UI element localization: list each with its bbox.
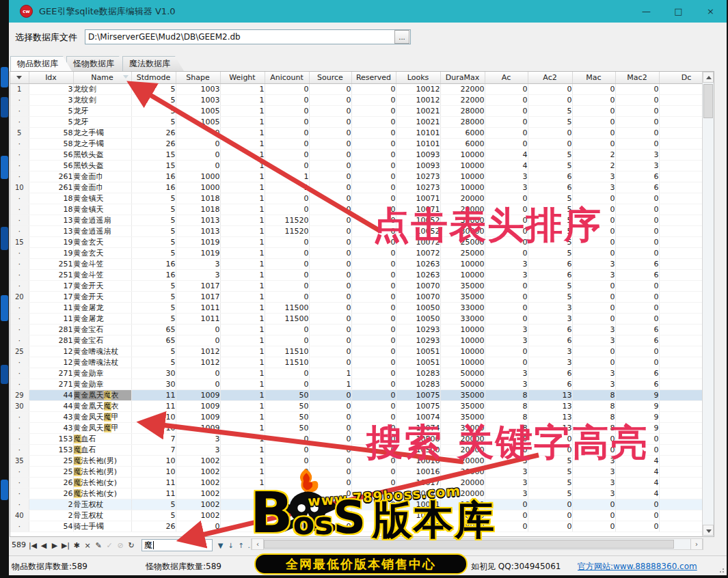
cell-name[interactable]: 黄金嗜魂法杖 <box>73 357 131 368</box>
search-up-icon[interactable]: ↑ <box>236 539 246 551</box>
cell-reserved[interactable]: 0 <box>351 379 396 390</box>
cell-ac[interactable]: 0 <box>485 117 528 128</box>
cell-idx[interactable]: 251 <box>29 270 73 281</box>
cell-mac2[interactable]: 4 <box>615 478 659 488</box>
cell-idx[interactable]: 18 <box>29 204 73 215</box>
table-row[interactable]: ·56黑铁头盔1501000100931000045230 <box>10 161 703 171</box>
cell-shape[interactable]: 1002 <box>176 456 220 467</box>
cell-idx[interactable]: 2 <box>29 499 73 510</box>
cell-shape[interactable]: 1012 <box>176 357 220 368</box>
cell-name[interactable]: 黄金凰天魔衣 <box>73 401 131 412</box>
cell-ac[interactable]: 0 <box>485 95 528 106</box>
cell-idx[interactable]: 58 <box>29 128 73 139</box>
table-row[interactable]: 558龙之手镯260100010101600000000 <box>10 128 703 139</box>
cell-idx[interactable]: 44 <box>29 390 73 401</box>
cell-ac[interactable]: 0 <box>485 346 528 357</box>
cell-mac2[interactable]: 0 <box>615 303 659 314</box>
cell-dc[interactable]: 0 <box>659 456 703 467</box>
cell-source[interactable]: 0 <box>309 292 351 303</box>
cell-source[interactable]: 0 <box>309 215 351 226</box>
cell-idx[interactable]: 26 <box>29 488 73 499</box>
cell-name[interactable]: 龙之手镯 <box>73 128 131 139</box>
cell-dc[interactable]: 2 <box>659 521 703 532</box>
cell-source[interactable]: 0 <box>309 259 351 270</box>
cell-ac2[interactable]: 6 <box>528 335 572 346</box>
cell-reserved[interactable]: 0 <box>351 182 396 193</box>
cell-shape[interactable]: 0 <box>176 368 220 379</box>
cell-name[interactable]: 黄金凰天魔衣 <box>73 390 131 401</box>
cell-mac[interactable]: 0 <box>572 314 615 325</box>
cell-anicount[interactable]: 11500 <box>265 314 309 325</box>
cell-mac2[interactable]: 6 <box>615 171 659 182</box>
cell-stdmode[interactable]: 10 <box>131 412 176 423</box>
cell-mac2[interactable]: 0 <box>615 204 659 215</box>
cell-ac2[interactable]: 5 <box>528 292 572 303</box>
cell-shape[interactable]: 1019 <box>176 237 220 248</box>
cell-anicount[interactable]: 0 <box>265 445 309 456</box>
cell-ac2[interactable]: 5 <box>528 106 572 117</box>
cell-idx[interactable]: 17 <box>29 292 73 303</box>
cell-duramax[interactable]: 10000 <box>440 270 485 281</box>
cell-name[interactable]: 黄金嗜魂法杖 <box>73 346 131 357</box>
cell-source[interactable]: 0 <box>309 237 351 248</box>
cell-idx[interactable]: 44 <box>29 401 73 412</box>
cell-anicount[interactable]: 0 <box>265 248 309 259</box>
cell-anicount[interactable]: 0 <box>265 368 309 379</box>
cell-idx[interactable]: 3 <box>29 84 73 95</box>
cell-ac2[interactable]: 13 <box>528 390 572 401</box>
cell-source[interactable]: 0 <box>309 270 351 281</box>
table-row[interactable]: ·11黄金屠龙5101111150000100503300003008 <box>10 303 703 314</box>
cell-mac[interactable]: 3 <box>572 182 615 193</box>
cell-mac2[interactable]: 9 <box>615 401 659 412</box>
cell-ac[interactable]: 0 <box>485 292 528 303</box>
cell-looks[interactable]: 10075 <box>396 390 440 401</box>
cell-stdmode[interactable]: 26 <box>131 128 176 139</box>
cell-anicount[interactable]: 50 <box>265 423 309 434</box>
column-header-idx[interactable]: Idx <box>29 72 73 84</box>
cell-source[interactable]: 0 <box>309 106 351 117</box>
cell-dc[interactable]: 0 <box>659 478 703 488</box>
cell-anicount[interactable]: 0 <box>265 84 309 95</box>
scroll-right-button[interactable]: › <box>690 539 703 549</box>
official-site-link[interactable]: 官方网站:www.88888360.com <box>578 561 697 573</box>
cell-dc[interactable]: 0 <box>659 445 703 456</box>
cell-looks[interactable]: 10283 <box>396 368 440 379</box>
cell-anicount[interactable]: 0 <box>265 281 309 292</box>
cell-dc[interactable]: 3 <box>659 368 703 379</box>
cell-reserved[interactable]: 0 <box>351 171 396 182</box>
column-header-mac2[interactable]: Mac2 <box>615 72 659 84</box>
cell-mac2[interactable]: 6 <box>615 325 659 335</box>
cell-source[interactable]: 0 <box>309 314 351 325</box>
first-record-button[interactable]: |◀ <box>27 539 38 551</box>
cell-weight[interactable]: 1 <box>220 314 265 325</box>
cell-weight[interactable]: 1 <box>220 139 265 150</box>
cell-shape[interactable]: 0 <box>176 139 220 150</box>
cell-anicount[interactable]: 1 <box>265 171 309 182</box>
cell-shape[interactable]: 1002 <box>176 467 220 478</box>
cell-idx[interactable]: 19 <box>29 248 73 259</box>
cell-shape[interactable]: 0 <box>176 379 220 390</box>
cell-weight[interactable]: 1 <box>220 106 265 117</box>
cell-dc[interactable]: 8 <box>659 95 703 106</box>
cell-looks[interactable]: 10093 <box>396 161 440 171</box>
tab-2[interactable]: 魔法数据库 <box>122 56 184 71</box>
cell-anicount[interactable]: 11510 <box>265 357 309 368</box>
cell-name[interactable]: 魔法长袍(男) <box>73 456 131 467</box>
cell-mac2[interactable]: 0 <box>615 281 659 292</box>
cell-stdmode[interactable]: 10 <box>131 423 176 434</box>
cell-ac2[interactable]: 3 <box>528 346 572 357</box>
cell-ac2[interactable]: 0 <box>528 139 572 150</box>
cell-looks[interactable]: 10070 <box>396 292 440 303</box>
cell-mac[interactable]: 0 <box>572 106 615 117</box>
cell-name[interactable]: 黄金勋章 <box>73 368 131 379</box>
cell-name[interactable]: 黄金凤天魔甲 <box>73 423 131 434</box>
cell-reserved[interactable]: 0 <box>351 139 396 150</box>
cell-dc[interactable]: 2 <box>659 412 703 423</box>
column-header-shape[interactable]: Shape <box>176 72 220 84</box>
cell-mac2[interactable]: 9 <box>615 390 659 401</box>
cell-ac[interactable]: 3 <box>485 325 528 335</box>
cell-name[interactable]: 黄金镇天 <box>73 204 131 215</box>
cell-ac[interactable]: 3 <box>485 478 528 488</box>
cell-idx[interactable]: 153 <box>29 434 73 445</box>
cell-looks[interactable]: 10293 <box>396 335 440 346</box>
